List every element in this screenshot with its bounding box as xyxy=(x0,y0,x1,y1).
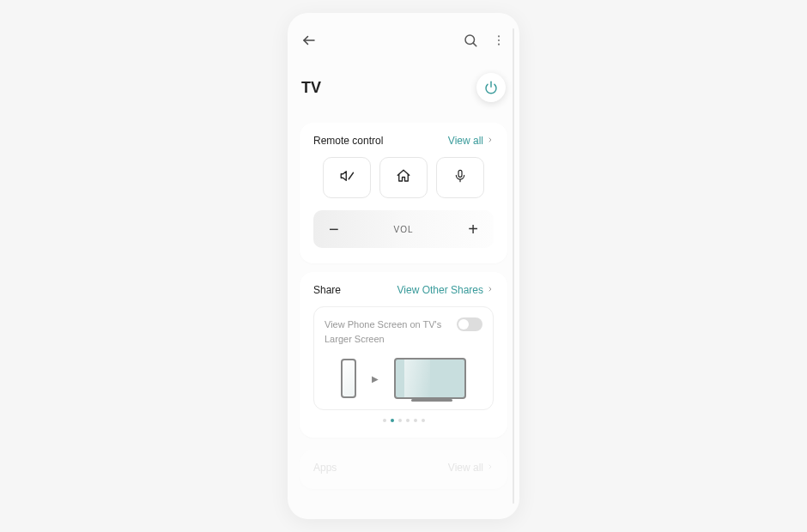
mic-button[interactable] xyxy=(436,157,484,198)
remote-view-all-label: View all xyxy=(448,135,483,147)
page-dot[interactable] xyxy=(422,419,425,422)
cast-description: View Phone Screen on TV's Larger Screen xyxy=(325,317,450,346)
power-button[interactable] xyxy=(476,73,506,102)
page-dot[interactable] xyxy=(383,419,386,422)
volume-label: VOL xyxy=(393,225,413,234)
share-view-others-label: View Other Shares xyxy=(397,284,484,296)
arrow-right-icon: ▶ xyxy=(372,374,379,384)
apps-card: Apps View all xyxy=(300,450,507,489)
apps-view-all-link[interactable]: View all xyxy=(448,462,494,474)
top-bar xyxy=(300,28,507,52)
page-dot[interactable] xyxy=(398,419,402,422)
back-button[interactable] xyxy=(301,33,317,48)
svg-point-3 xyxy=(498,35,500,37)
volume-control: − VOL + xyxy=(313,210,494,248)
cast-illustration: ▶ xyxy=(325,358,482,399)
svg-point-4 xyxy=(498,39,500,41)
device-screen: TV Remote control View all xyxy=(288,13,519,519)
tv-icon xyxy=(394,358,466,399)
share-card: Share View Other Shares View Phone Scree… xyxy=(300,272,507,438)
chevron-right-icon xyxy=(487,462,494,474)
svg-line-8 xyxy=(349,172,353,179)
remote-title: Remote control xyxy=(313,135,383,147)
svg-point-5 xyxy=(498,44,500,45)
mute-icon xyxy=(339,168,355,187)
mute-button[interactable] xyxy=(323,157,371,198)
home-icon xyxy=(396,168,411,187)
share-view-others-link[interactable]: View Other Shares xyxy=(397,284,495,296)
page-dot[interactable] xyxy=(391,419,394,422)
share-title: Share xyxy=(313,284,341,296)
svg-line-2 xyxy=(473,43,476,45)
page-title: TV xyxy=(301,79,321,97)
home-button[interactable] xyxy=(379,157,428,198)
cast-card[interactable]: View Phone Screen on TV's Larger Screen … xyxy=(313,306,494,410)
chevron-right-icon xyxy=(487,284,494,296)
svg-marker-7 xyxy=(341,172,346,181)
phone-icon xyxy=(341,359,356,398)
volume-down-button[interactable]: − xyxy=(329,220,339,239)
remote-control-card: Remote control View all xyxy=(300,123,507,263)
search-button[interactable] xyxy=(463,33,478,48)
cast-toggle[interactable] xyxy=(457,317,482,331)
page-dot[interactable] xyxy=(406,419,410,422)
apps-title: Apps xyxy=(313,462,337,474)
svg-rect-9 xyxy=(458,170,462,177)
title-row: TV xyxy=(300,73,507,114)
chevron-right-icon xyxy=(487,135,494,147)
mic-icon xyxy=(453,168,467,187)
pagination-dots xyxy=(313,419,494,422)
more-menu-button[interactable] xyxy=(492,33,506,47)
page-dot[interactable] xyxy=(414,419,417,422)
apps-view-all-label: View all xyxy=(448,462,483,474)
volume-up-button[interactable]: + xyxy=(468,220,478,239)
remote-view-all-link[interactable]: View all xyxy=(448,135,494,147)
